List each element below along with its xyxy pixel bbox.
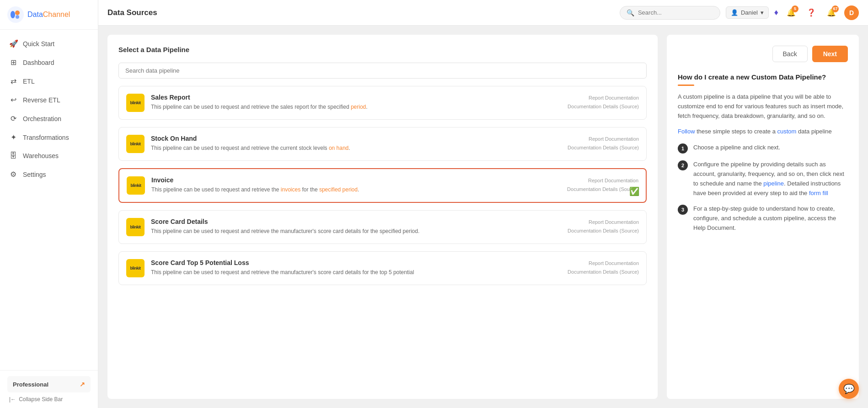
diamond-icon: ♦ xyxy=(774,8,778,17)
user-menu[interactable]: 👤 Daniel ▾ xyxy=(726,6,769,19)
next-button[interactable]: Next xyxy=(812,46,848,62)
external-link-icon: ↗ xyxy=(80,381,85,388)
sidebar-item-label: Dashboard xyxy=(23,59,54,66)
logo-channel: Channel xyxy=(43,11,70,18)
sidebar-item-orchestration[interactable]: ⟳ Orchestration xyxy=(0,109,98,128)
chat-bubble-button[interactable]: 💬 xyxy=(839,379,859,399)
main-area: Data Sources 🔍 👤 Daniel ▾ ♦ 🔔 5 ❓ 🔔 xyxy=(98,0,868,408)
step-number-3: 3 xyxy=(678,205,688,215)
logo-text: DataChannel xyxy=(27,11,70,19)
doc-details-link[interactable]: Documentation Details (Source) xyxy=(568,227,639,235)
blinkit-logo: blinkit xyxy=(126,94,145,112)
sidebar-item-warehouses[interactable]: 🗄 Warehouses xyxy=(0,147,98,165)
sidebar-item-label: Quick Start xyxy=(23,40,54,48)
notification-count-2: 67 xyxy=(832,5,839,12)
svg-point-0 xyxy=(7,6,24,23)
help-title: How do I create a new Custom Data Pipeli… xyxy=(678,73,848,81)
svg-point-2 xyxy=(15,11,20,15)
sidebar: DataChannel 🚀 Quick Start ⊞ Dashboard ⇄ … xyxy=(0,0,98,408)
pipeline-card-stock-on-hand[interactable]: blinkit Stock On Hand This pipeline can … xyxy=(118,127,647,161)
doc-details-link[interactable]: Documentation Details (Source) xyxy=(568,102,639,111)
pipeline-card-invoice[interactable]: blinkit Invoice This pipeline can be use… xyxy=(118,168,647,203)
step-number-2: 2 xyxy=(678,160,688,170)
sidebar-item-settings[interactable]: ⚙ Settings xyxy=(0,165,98,184)
professional-badge[interactable]: Professional ↗ xyxy=(7,376,91,392)
pipeline-links: Report Documentation Documentation Detai… xyxy=(568,218,639,235)
page-title: Data Sources xyxy=(107,8,157,17)
help-underline xyxy=(678,85,694,86)
collapse-sidebar-button[interactable]: |← Collapse Side Bar xyxy=(7,392,91,403)
sidebar-item-etl[interactable]: ⇄ ETL xyxy=(0,72,98,90)
pipeline-name: Invoice xyxy=(151,176,561,184)
report-doc-link[interactable]: Report Documentation xyxy=(568,135,639,143)
help-follow-text: Follow these simple steps to create a cu… xyxy=(678,127,848,137)
doc-details-link[interactable]: Documentation Details (Source) xyxy=(567,185,638,194)
sidebar-item-quick-start[interactable]: 🚀 Quick Start xyxy=(0,34,98,53)
pipeline-card-score-card-details[interactable]: blinkit Score Card Details This pipeline… xyxy=(118,210,647,244)
pipeline-info: Score Card Top 5 Potential Loss This pip… xyxy=(151,259,561,276)
sidebar-item-reverse-etl[interactable]: ↩ Reverse ETL xyxy=(0,90,98,109)
pipeline-name: Sales Report xyxy=(151,94,561,101)
help-steps: 1 Choose a pipeline and click next. 2 Co… xyxy=(678,143,848,233)
dashboard-icon: ⊞ xyxy=(9,58,17,67)
sidebar-item-dashboard[interactable]: ⊞ Dashboard xyxy=(0,53,98,72)
back-button[interactable]: Back xyxy=(772,46,808,62)
settings-icon: ⚙ xyxy=(9,170,17,179)
svg-point-1 xyxy=(11,11,15,18)
pipeline-search-input[interactable] xyxy=(118,63,647,79)
svg-point-3 xyxy=(16,15,19,19)
search-box[interactable]: 🔍 xyxy=(620,6,720,20)
pipeline-links: Report Documentation Documentation Detai… xyxy=(567,176,638,193)
pipeline-desc: This pipeline can be used to request and… xyxy=(151,103,561,111)
user-name: Daniel xyxy=(741,9,758,16)
avatar[interactable]: D xyxy=(844,5,859,20)
pipeline-info: Score Card Details This pipeline can be … xyxy=(151,218,561,235)
topbar: Data Sources 🔍 👤 Daniel ▾ ♦ 🔔 5 ❓ 🔔 xyxy=(98,0,868,26)
topbar-right: 🔍 👤 Daniel ▾ ♦ 🔔 5 ❓ 🔔 67 D xyxy=(620,5,859,20)
blinkit-logo: blinkit xyxy=(127,176,145,195)
action-buttons: Back Next xyxy=(678,46,848,62)
content-area: Select a Data Pipeline blinkit Sales Rep… xyxy=(98,26,868,408)
report-doc-link[interactable]: Report Documentation xyxy=(567,176,638,185)
chat-icon: 💬 xyxy=(843,383,855,394)
reverse-etl-icon: ↩ xyxy=(9,95,17,104)
blinkit-logo: blinkit xyxy=(126,259,145,277)
sidebar-bottom: Professional ↗ |← Collapse Side Bar xyxy=(0,370,98,408)
pipeline-card-sales-report[interactable]: blinkit Sales Report This pipeline can b… xyxy=(118,86,647,120)
nav-items: 🚀 Quick Start ⊞ Dashboard ⇄ ETL ↩ Revers… xyxy=(0,30,98,370)
orchestration-icon: ⟳ xyxy=(9,114,17,123)
sidebar-item-label: Warehouses xyxy=(23,152,59,159)
help-icon: ❓ xyxy=(807,8,816,17)
notification-count-1: 5 xyxy=(792,5,798,12)
logo-data: Data xyxy=(27,11,43,18)
doc-details-link[interactable]: Documentation Details (Source) xyxy=(568,143,639,152)
report-doc-link[interactable]: Report Documentation xyxy=(568,218,639,227)
help-step-2: 2 Configure the pipeline by providing de… xyxy=(678,160,848,198)
notification-badge-2[interactable]: 🔔 67 xyxy=(824,5,839,20)
right-panel: Back Next How do I create a new Custom D… xyxy=(667,35,859,399)
help-intro: A custom pipeline is a data pipeline tha… xyxy=(678,92,848,121)
professional-label: Professional xyxy=(13,381,48,388)
panel-title: Select a Data Pipeline xyxy=(118,46,647,53)
sidebar-item-label: ETL xyxy=(23,78,35,85)
notification-bell-2[interactable]: ❓ xyxy=(804,5,819,20)
sidebar-item-label: Settings xyxy=(23,171,46,178)
sidebar-item-label: Reverse ETL xyxy=(23,96,60,104)
pipeline-card-score-card-top5[interactable]: blinkit Score Card Top 5 Potential Loss … xyxy=(118,251,647,285)
report-doc-link[interactable]: Report Documentation xyxy=(568,94,639,102)
sidebar-item-transformations[interactable]: ✦ Transformations xyxy=(0,128,98,147)
sidebar-item-label: Transformations xyxy=(23,134,69,141)
user-avatar-placeholder: 👤 xyxy=(731,9,738,16)
chevron-down-icon: ▾ xyxy=(761,9,764,16)
search-input[interactable] xyxy=(638,9,713,16)
pipeline-links: Report Documentation Documentation Detai… xyxy=(568,135,639,152)
doc-details-link[interactable]: Documentation Details (Source) xyxy=(568,268,639,276)
notification-bell-1[interactable]: 🔔 5 xyxy=(784,5,798,20)
pipeline-info: Invoice This pipeline can be used to req… xyxy=(151,176,561,194)
blinkit-logo: blinkit xyxy=(126,135,145,153)
step-number-1: 1 xyxy=(678,143,688,154)
rocket-icon: 🚀 xyxy=(9,39,17,48)
collapse-icon: |← xyxy=(9,396,16,403)
report-doc-link[interactable]: Report Documentation xyxy=(568,259,639,268)
pipeline-name: Stock On Hand xyxy=(151,135,561,142)
